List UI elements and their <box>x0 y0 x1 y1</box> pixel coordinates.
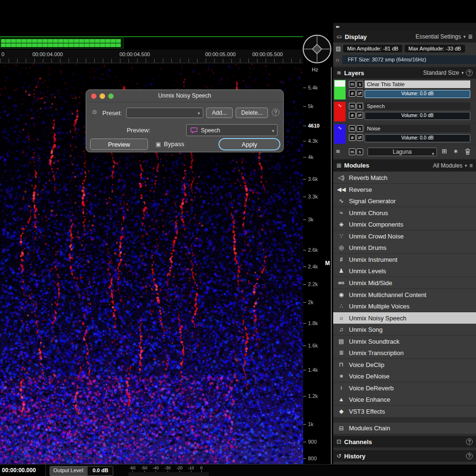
panel-resize-handle[interactable] <box>331 67 332 464</box>
module-label: Signal Generator <box>349 198 396 205</box>
timeline-label: 00:00:04.000 <box>32 51 63 57</box>
layer-name[interactable]: Speech <box>365 102 470 110</box>
display-title: Display <box>345 33 367 40</box>
module-item-unmix-multiple-voices[interactable]: ∴Unmix Multiple Voices <box>333 300 476 312</box>
layer-colormap-select[interactable]: Laguna ▾ <box>367 148 437 156</box>
modules-menu-icon[interactable]: ≡ <box>469 162 473 169</box>
frequency-axis[interactable]: Hz M 5.4k5k46104.3k4k3.6k3.3k3k2.6k2.4k2… <box>303 63 333 464</box>
layer-color-swatch[interactable]: ∿ <box>334 124 346 144</box>
components-icon: ◈ <box>337 221 346 228</box>
help-icon[interactable]: ? <box>466 453 473 459</box>
master-solo-button[interactable]: s <box>357 149 363 155</box>
volume-slider[interactable]: Volume: 0.0 dB <box>365 134 470 142</box>
module-item-unmix-drums[interactable]: ◎Unmix Drums <box>333 242 476 253</box>
add-preset-button[interactable]: Add... <box>206 108 233 118</box>
transform-button[interactable]: ⇄ <box>357 90 363 97</box>
module-item-unmix-components[interactable]: ◈Unmix Components <box>333 218 476 230</box>
preview-value: Speech <box>201 127 220 134</box>
module-item-unmix-soundtrack[interactable]: ▤Unmix Soundtrack <box>333 336 476 347</box>
mute-button[interactable]: m <box>349 103 356 109</box>
volume-slider[interactable]: Volume: 0.0 dB <box>365 90 470 98</box>
layer-row[interactable]: ∿msNoiseø⇄Volume: 0.0 dB <box>333 123 476 145</box>
layer-name[interactable]: Clear This Table <box>365 80 470 88</box>
module-item-unmix-chorus[interactable]: ≈Unmix Chorus <box>333 207 476 218</box>
module-item-voice-enhance[interactable]: ▲Voice Enhance <box>333 394 476 405</box>
tick-mark <box>303 346 306 346</box>
layer-row[interactable]: ∿msSpeechø⇄Volume: 0.0 dB <box>333 101 476 123</box>
volume-slider[interactable]: Volume: 0.0 dB <box>365 112 470 120</box>
module-item-unmix-mid-side[interactable]: M/SUnmix Mid/Side <box>333 277 476 288</box>
help-icon[interactable]: ? <box>272 109 279 116</box>
solo-button[interactable]: s <box>357 125 363 132</box>
history-section-header[interactable]: ↺ History ? <box>333 450 476 462</box>
min-amplitude-field[interactable]: Min Amplitude: -81 dB <box>343 45 402 52</box>
playhead-time[interactable]: 00:00:00.000 <box>0 465 46 476</box>
module-item-signal-generator[interactable]: ∿Signal Generator <box>333 195 476 207</box>
output-level-control[interactable]: Output Level: 0.0 dB <box>50 466 113 476</box>
modules-chain-item[interactable]: ⊟ Modules Chain <box>333 423 476 434</box>
dialog-titlebar[interactable]: Unmix Noisy Speech <box>86 90 283 102</box>
module-item-voice-declip[interactable]: ⊓Voice DeClip <box>333 359 476 370</box>
mute-button[interactable]: m <box>349 125 356 132</box>
module-label: Unmix Levels <box>349 268 386 275</box>
help-icon[interactable]: ? <box>466 69 473 76</box>
layer-size-select[interactable]: Standard Size <box>423 69 459 76</box>
display-settings-select[interactable]: Essential Settings <box>416 33 461 40</box>
phase-button[interactable]: ø <box>349 112 356 119</box>
module-item-reverb-match[interactable]: ◁)Reverb Match <box>333 172 476 183</box>
fast-forward-icon[interactable]: ▸▸ <box>336 24 339 29</box>
preview-button[interactable]: Preview <box>90 139 148 150</box>
module-item-voice-dereverb[interactable]: ≀Voice DeReverb <box>333 382 476 394</box>
module-item-voice-denoise[interactable]: ∗Voice DeNoise <box>333 370 476 382</box>
layer-color-swatch[interactable]: ∿ <box>334 102 346 121</box>
meter-tick <box>144 471 145 472</box>
waveform-icon: ∿ <box>334 125 346 130</box>
layer-name[interactable]: Noise <box>365 125 470 132</box>
pan-crosshair-control[interactable] <box>302 34 332 64</box>
apply-button[interactable]: Apply <box>218 138 280 150</box>
layer-color-swatch[interactable] <box>334 80 346 99</box>
module-item-vst3-effects[interactable]: ◆VST3 Effects <box>333 406 476 417</box>
layer-row[interactable]: msClear This Tableø⇄Volume: 0.0 dB <box>333 79 476 100</box>
master-mute-button[interactable]: m <box>349 149 356 155</box>
sine-icon: ∿ <box>337 198 346 204</box>
freq-tick-label: 5k <box>308 103 314 109</box>
max-amplitude-field[interactable]: Max Amplitude: -33 dB <box>405 45 465 52</box>
phase-button[interactable]: ø <box>349 134 356 141</box>
preview-select[interactable]: Speech ▾ <box>186 124 278 136</box>
delete-layer-icon[interactable] <box>465 148 471 157</box>
module-item-unmix-instrument[interactable]: ♯Unmix Instrument <box>333 254 476 265</box>
module-item-unmix-song[interactable]: ♫Unmix Song <box>333 324 476 335</box>
help-icon[interactable]: ? <box>466 438 473 445</box>
preset-select[interactable]: ▾ <box>126 108 203 118</box>
fft-size-slider[interactable]: FFT Size: 3072 smp (64ms/16Hz) <box>342 55 476 64</box>
solo-button[interactable]: s <box>357 103 363 109</box>
module-item-unmix-noisy-speech[interactable]: ☼Unmix Noisy Speech <box>333 312 476 324</box>
new-layer-icon[interactable]: ⊞ <box>442 148 447 155</box>
timeline-ruler[interactable]: 000:00:04.00000:00:04.50000:00:05.00000:… <box>0 50 303 63</box>
layers-icon: ≋ <box>337 69 341 76</box>
transform-button[interactable]: ⇄ <box>357 134 363 141</box>
bypass-toggle[interactable]: ▣ Bypass <box>156 140 184 148</box>
freq-tick: 4.3k <box>303 138 318 144</box>
delete-preset-button[interactable]: Delete... <box>236 108 268 118</box>
channels-section-header[interactable]: ⊡ Channels ? <box>333 436 476 447</box>
modules-section-header[interactable]: ⊞ Modules All Modules ▾ ≡ <box>333 159 476 171</box>
module-item-unmix-levels[interactable]: ♟Unmix Levels <box>333 265 476 277</box>
layers-section-header[interactable]: ≋ Layers Standard Size ▾ ? <box>333 67 476 79</box>
modules-filter-select[interactable]: All Modules <box>433 162 462 169</box>
module-item-unmix-transcription[interactable]: ≣Unmix Transcription <box>333 347 476 358</box>
module-item-unmix-crowd-noise[interactable]: ∵Unmix Crowd Noise <box>333 230 476 242</box>
meter-tick <box>191 471 191 472</box>
module-item-unmix-multichannel-content[interactable]: ◉Unmix Multichannel Content <box>333 289 476 300</box>
display-menu-icon[interactable]: ≣ <box>468 33 473 40</box>
freq-tick: 2.4k <box>303 263 318 270</box>
curve-icon: ∩ <box>336 57 340 63</box>
composite-layer-icon[interactable]: ∗ <box>453 148 458 155</box>
phase-button[interactable]: ø <box>349 90 356 97</box>
display-section-header[interactable]: ▭ Display Essential Settings ▾ ≣ <box>333 31 476 42</box>
module-item-reverse[interactable]: ◀◀Reverse <box>333 184 476 195</box>
transform-button[interactable]: ⇄ <box>357 112 363 119</box>
solo-button[interactable]: s <box>357 81 363 88</box>
mute-button[interactable]: m <box>349 81 356 88</box>
